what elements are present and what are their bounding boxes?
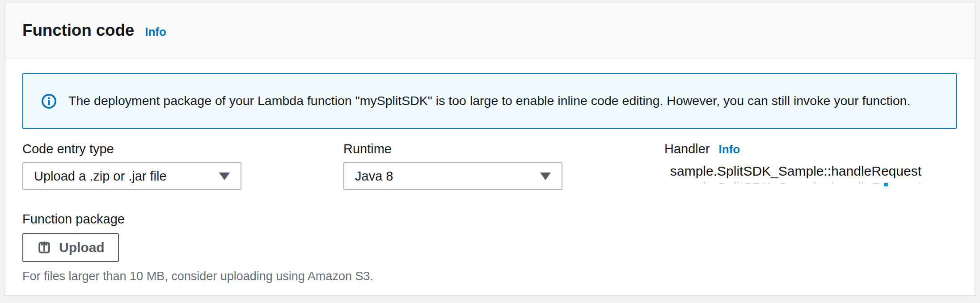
runtime-value: Java 8	[355, 169, 540, 184]
panel-title: Function code	[22, 21, 134, 40]
upload-button[interactable]: Upload	[22, 233, 119, 262]
function-package-label: Function package	[22, 212, 958, 227]
code-entry-type-select[interactable]: Upload a .zip or .jar file	[22, 162, 241, 190]
panel-header: Function code Info	[4, 2, 976, 59]
caret-down-icon	[540, 173, 551, 180]
handler-value: sample.SplitSDK_Sample::handleRequest	[670, 164, 950, 179]
text-cursor-artifact	[884, 183, 888, 186]
code-entry-type-value: Upload a .zip or .jar file	[34, 169, 219, 184]
caret-down-icon	[219, 173, 230, 180]
upload-icon	[37, 240, 52, 255]
fields-row: Code entry type Upload a .zip or .jar fi…	[22, 142, 958, 190]
upload-helper-text: For files larger than 10 MB, consider up…	[22, 269, 958, 283]
handler-label: Handler	[664, 142, 710, 156]
runtime-select[interactable]: Java 8	[343, 162, 562, 190]
upload-button-label: Upload	[59, 240, 105, 255]
handler-value-wrap: sample.SplitSDK_Sample::handleRequest sa…	[664, 164, 950, 184]
code-entry-type-label: Code entry type	[22, 142, 114, 156]
info-circle-icon	[41, 93, 57, 109]
info-alert: The deployment package of your Lambda fu…	[22, 73, 957, 129]
handler-field: Handler Info sample.SplitSDK_Sample::han…	[664, 142, 958, 190]
handler-render-artifact: sample.SplitSDK_Sample::handleRequest	[670, 180, 950, 184]
alert-message: The deployment package of your Lambda fu…	[68, 93, 910, 109]
code-entry-type-field: Code entry type Upload a .zip or .jar fi…	[22, 142, 343, 190]
panel-body: The deployment package of your Lambda fu…	[4, 59, 976, 301]
handler-info-link[interactable]: Info	[719, 143, 740, 156]
function-code-panel: Function code Info The deployment packag…	[4, 2, 976, 296]
panel-info-link[interactable]: Info	[145, 25, 166, 39]
runtime-label: Runtime	[343, 142, 392, 156]
page-background: Function code Info The deployment packag…	[0, 0, 980, 303]
runtime-field: Runtime Java 8	[343, 142, 664, 190]
function-package-section: Function package Upload For files larger…	[22, 212, 958, 283]
